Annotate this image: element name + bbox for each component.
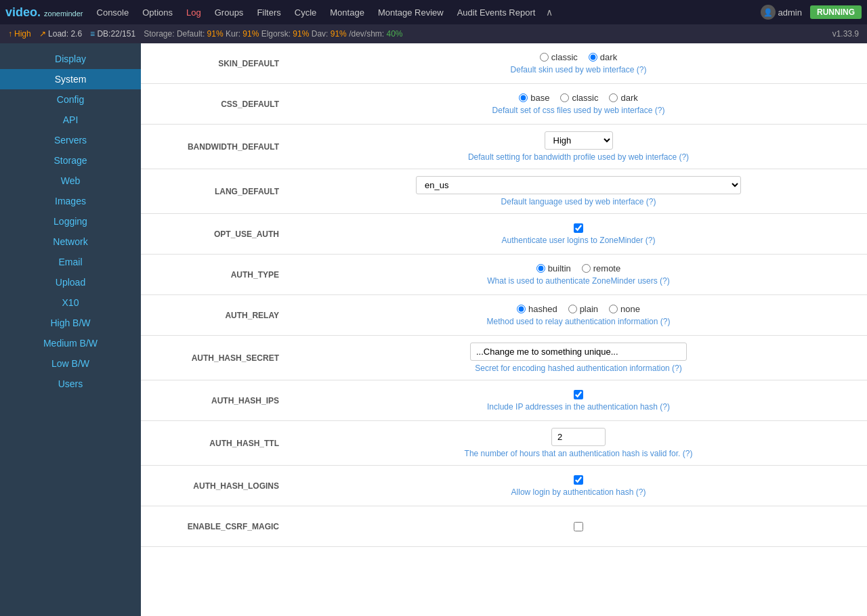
auth-hash-logins-checkbox[interactable]	[574, 475, 583, 485]
sidebar-item-storage[interactable]: Storage	[0, 150, 141, 171]
css-classic-radio[interactable]	[560, 93, 569, 102]
auth-plain-label[interactable]: plain	[568, 304, 598, 314]
sidebar-item-email[interactable]: Email	[0, 252, 141, 272]
desc-opt-use-auth: Authenticate user logins to ZoneMinder (…	[502, 236, 656, 245]
sidebar-item-x10[interactable]: X10	[0, 292, 141, 313]
row-enable-csrf-magic: ENABLE_CSRF_MAGIC	[141, 506, 867, 547]
skin-dark-label[interactable]: dark	[589, 52, 617, 62]
value-enable-csrf-magic	[290, 506, 867, 546]
value-auth-type: builtin remote What is used to authentic…	[290, 255, 867, 294]
auth-hash-ttl-input[interactable]	[551, 428, 606, 446]
desc-bandwidth-default: Default setting for bandwidth profile us…	[468, 152, 689, 162]
nav-options[interactable]: Options	[137, 6, 178, 19]
nav-log[interactable]: Log	[181, 6, 207, 19]
sidebar-item-logging[interactable]: Logging	[0, 211, 141, 232]
key-auth-hash-logins: AUTH_HASH_LOGINS	[141, 466, 290, 506]
skin-classic-label[interactable]: classic	[540, 52, 578, 62]
row-skin-default: SKIN_DEFAULT classic dark Default skin u…	[141, 43, 867, 84]
desc-auth-hash-secret: Secret for encoding hashed authenticatio…	[475, 364, 682, 373]
desc-auth-hash-ips: Include IP addresses in the authenticati…	[487, 402, 670, 412]
version-label: v1.33.9	[832, 29, 859, 39]
key-auth-hash-ips: AUTH_HASH_IPS	[141, 380, 290, 420]
nav-cycle[interactable]: Cycle	[289, 6, 322, 19]
lang-select[interactable]: en_us de fr es	[416, 176, 741, 194]
skin-radio-group: classic dark	[540, 52, 617, 62]
desc-lang-default: Default language used by web interface (…	[501, 197, 656, 206]
value-auth-hash-secret: Secret for encoding hashed authenticatio…	[290, 336, 867, 380]
key-auth-hash-secret: AUTH_HASH_SECRET	[141, 336, 290, 380]
status-load: ↗ Load: 2.6	[39, 29, 82, 39]
logo: video. zoneminder	[5, 5, 83, 20]
sidebar-item-api[interactable]: API	[0, 110, 141, 130]
skin-classic-radio[interactable]	[540, 53, 549, 62]
css-radio-group: base classic dark	[519, 93, 638, 103]
value-auth-hash-ips: Include IP addresses in the authenticati…	[290, 380, 867, 420]
bandwidth-select[interactable]: Low Medium High	[545, 131, 613, 150]
sidebar-item-images[interactable]: Images	[0, 191, 141, 211]
top-nav: video. zoneminder Console Options Log Gr…	[0, 0, 867, 24]
auth-hashed-label[interactable]: hashed	[517, 304, 557, 314]
css-dark-radio[interactable]	[609, 93, 618, 102]
sidebar-item-lowbw[interactable]: Low B/W	[0, 353, 141, 374]
opt-use-auth-checkbox[interactable]	[574, 223, 583, 233]
row-bandwidth-default: BANDWIDTH_DEFAULT Low Medium High Defaul…	[141, 125, 867, 169]
css-base-label[interactable]: base	[519, 93, 549, 103]
auth-hash-ips-checkbox[interactable]	[574, 390, 583, 399]
desc-auth-relay: Method used to relay authentication info…	[487, 317, 671, 326]
sidebar-item-mediumbw[interactable]: Medium B/W	[0, 333, 141, 353]
nav-console[interactable]: Console	[91, 6, 135, 19]
storage-shm-val: 40%	[386, 29, 402, 39]
desc-skin-default: Default skin used by web interface (?)	[511, 65, 647, 74]
sidebar-item-display[interactable]: Display	[0, 49, 141, 69]
nav-more-icon[interactable]: ∧	[546, 7, 553, 18]
sidebar-item-config[interactable]: Config	[0, 89, 141, 110]
nav-montage-review[interactable]: Montage Review	[373, 6, 449, 19]
nav-filters[interactable]: Filters	[251, 6, 286, 19]
main-layout: Display System Config API Servers Storag…	[0, 43, 867, 616]
sidebar-item-users[interactable]: Users	[0, 374, 141, 394]
nav-groups[interactable]: Groups	[209, 6, 249, 19]
nav-audit-events[interactable]: Audit Events Report	[452, 6, 541, 19]
sidebar-item-web[interactable]: Web	[0, 171, 141, 191]
auth-relay-radio-group: hashed plain none	[517, 304, 640, 314]
css-base-radio[interactable]	[519, 93, 528, 102]
auth-none-radio[interactable]	[609, 305, 618, 313]
desc-auth-hash-logins: Allow login by authentication hash (?)	[511, 487, 646, 497]
key-enable-csrf-magic: ENABLE_CSRF_MAGIC	[141, 506, 290, 546]
value-css-default: base classic dark Default set of css fil…	[290, 84, 867, 124]
auth-remote-radio[interactable]	[582, 264, 591, 273]
row-lang-default: LANG_DEFAULT en_us de fr es Default lang…	[141, 169, 867, 214]
auth-none-label[interactable]: none	[609, 304, 640, 314]
nav-username: admin	[778, 7, 802, 18]
nav-user: 👤 admin	[761, 5, 802, 20]
auth-plain-radio[interactable]	[568, 305, 577, 313]
value-opt-use-auth: Authenticate user logins to ZoneMinder (…	[290, 214, 867, 254]
sidebar-item-network[interactable]: Network	[0, 232, 141, 252]
status-bar: ↑ High ↗ Load: 2.6 ≡ DB:22/151 Storage: …	[0, 24, 867, 43]
sidebar-item-highbw[interactable]: High B/W	[0, 313, 141, 333]
auth-builtin-radio[interactable]	[536, 264, 545, 273]
skin-dark-radio[interactable]	[589, 53, 597, 62]
sidebar: Display System Config API Servers Storag…	[0, 43, 141, 616]
sidebar-item-upload[interactable]: Upload	[0, 272, 141, 292]
desc-auth-type: What is used to authenticate ZoneMinder …	[487, 276, 669, 286]
status-priority: ↑ High	[8, 29, 31, 39]
sidebar-item-servers[interactable]: Servers	[0, 130, 141, 150]
sidebar-item-system[interactable]: System	[0, 69, 141, 89]
auth-hash-secret-input[interactable]	[470, 343, 687, 361]
auth-remote-label[interactable]: remote	[582, 263, 620, 273]
status-storage: Storage: Default: 91% Kur: 91% Elgorsk: …	[144, 29, 402, 39]
row-auth-hash-ttl: AUTH_HASH_TTL The number of hours that a…	[141, 421, 867, 466]
enable-csrf-magic-checkbox[interactable]	[574, 522, 583, 531]
settings-content: SKIN_DEFAULT classic dark Default skin u…	[141, 43, 867, 616]
nav-montage[interactable]: Montage	[324, 6, 370, 19]
key-opt-use-auth: OPT_USE_AUTH	[141, 214, 290, 254]
auth-builtin-label[interactable]: builtin	[536, 263, 571, 273]
key-lang-default: LANG_DEFAULT	[141, 169, 290, 213]
value-lang-default: en_us de fr es Default language used by …	[290, 169, 867, 213]
auth-hashed-radio[interactable]	[517, 305, 526, 313]
key-auth-relay: AUTH_RELAY	[141, 295, 290, 335]
css-classic-label[interactable]: classic	[560, 93, 598, 103]
css-dark-label[interactable]: dark	[609, 93, 637, 103]
value-auth-hash-logins: Allow login by authentication hash (?)	[290, 466, 867, 506]
